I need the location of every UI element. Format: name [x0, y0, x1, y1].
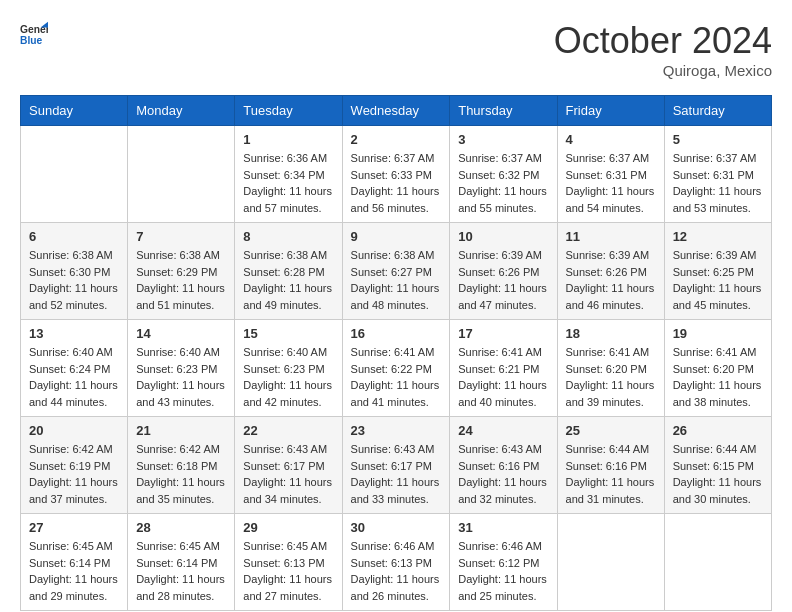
- day-number: 25: [566, 423, 656, 438]
- calendar-cell: 8 Sunrise: 6:38 AMSunset: 6:28 PMDayligh…: [235, 223, 342, 320]
- day-number: 7: [136, 229, 226, 244]
- day-info: Sunrise: 6:42 AMSunset: 6:19 PMDaylight:…: [29, 443, 118, 505]
- logo-icon: General Blue: [20, 20, 48, 48]
- day-number: 5: [673, 132, 763, 147]
- day-info: Sunrise: 6:46 AMSunset: 6:12 PMDaylight:…: [458, 540, 547, 602]
- location: Quiroga, Mexico: [554, 62, 772, 79]
- day-info: Sunrise: 6:41 AMSunset: 6:20 PMDaylight:…: [566, 346, 655, 408]
- day-info: Sunrise: 6:38 AMSunset: 6:27 PMDaylight:…: [351, 249, 440, 311]
- day-info: Sunrise: 6:37 AMSunset: 6:32 PMDaylight:…: [458, 152, 547, 214]
- calendar-cell: 28 Sunrise: 6:45 AMSunset: 6:14 PMDaylig…: [128, 514, 235, 611]
- day-info: Sunrise: 6:41 AMSunset: 6:21 PMDaylight:…: [458, 346, 547, 408]
- calendar-cell: [557, 514, 664, 611]
- svg-text:Blue: Blue: [20, 35, 43, 46]
- day-number: 9: [351, 229, 442, 244]
- day-number: 22: [243, 423, 333, 438]
- day-info: Sunrise: 6:40 AMSunset: 6:23 PMDaylight:…: [136, 346, 225, 408]
- day-number: 27: [29, 520, 119, 535]
- day-number: 29: [243, 520, 333, 535]
- day-number: 16: [351, 326, 442, 341]
- day-number: 17: [458, 326, 548, 341]
- day-info: Sunrise: 6:40 AMSunset: 6:24 PMDaylight:…: [29, 346, 118, 408]
- weekday-header: Monday: [128, 96, 235, 126]
- day-number: 2: [351, 132, 442, 147]
- day-info: Sunrise: 6:44 AMSunset: 6:16 PMDaylight:…: [566, 443, 655, 505]
- day-info: Sunrise: 6:41 AMSunset: 6:20 PMDaylight:…: [673, 346, 762, 408]
- calendar-week-row: 27 Sunrise: 6:45 AMSunset: 6:14 PMDaylig…: [21, 514, 772, 611]
- calendar-table: SundayMondayTuesdayWednesdayThursdayFrid…: [20, 95, 772, 611]
- calendar-cell: 31 Sunrise: 6:46 AMSunset: 6:12 PMDaylig…: [450, 514, 557, 611]
- day-number: 8: [243, 229, 333, 244]
- day-info: Sunrise: 6:42 AMSunset: 6:18 PMDaylight:…: [136, 443, 225, 505]
- weekday-header: Tuesday: [235, 96, 342, 126]
- calendar-cell: 17 Sunrise: 6:41 AMSunset: 6:21 PMDaylig…: [450, 320, 557, 417]
- day-info: Sunrise: 6:37 AMSunset: 6:33 PMDaylight:…: [351, 152, 440, 214]
- calendar-week-row: 1 Sunrise: 6:36 AMSunset: 6:34 PMDayligh…: [21, 126, 772, 223]
- calendar-cell: 23 Sunrise: 6:43 AMSunset: 6:17 PMDaylig…: [342, 417, 450, 514]
- day-info: Sunrise: 6:43 AMSunset: 6:16 PMDaylight:…: [458, 443, 547, 505]
- day-number: 31: [458, 520, 548, 535]
- calendar-cell: 14 Sunrise: 6:40 AMSunset: 6:23 PMDaylig…: [128, 320, 235, 417]
- header: General Blue October 2024 Quiroga, Mexic…: [20, 20, 772, 79]
- day-number: 3: [458, 132, 548, 147]
- day-info: Sunrise: 6:45 AMSunset: 6:14 PMDaylight:…: [136, 540, 225, 602]
- day-number: 26: [673, 423, 763, 438]
- calendar-cell: 9 Sunrise: 6:38 AMSunset: 6:27 PMDayligh…: [342, 223, 450, 320]
- calendar-cell: 19 Sunrise: 6:41 AMSunset: 6:20 PMDaylig…: [664, 320, 771, 417]
- calendar-cell: 11 Sunrise: 6:39 AMSunset: 6:26 PMDaylig…: [557, 223, 664, 320]
- calendar-cell: 7 Sunrise: 6:38 AMSunset: 6:29 PMDayligh…: [128, 223, 235, 320]
- day-number: 4: [566, 132, 656, 147]
- calendar-cell: [664, 514, 771, 611]
- day-number: 11: [566, 229, 656, 244]
- day-info: Sunrise: 6:44 AMSunset: 6:15 PMDaylight:…: [673, 443, 762, 505]
- calendar-cell: 27 Sunrise: 6:45 AMSunset: 6:14 PMDaylig…: [21, 514, 128, 611]
- day-info: Sunrise: 6:38 AMSunset: 6:29 PMDaylight:…: [136, 249, 225, 311]
- day-number: 20: [29, 423, 119, 438]
- day-number: 1: [243, 132, 333, 147]
- day-info: Sunrise: 6:41 AMSunset: 6:22 PMDaylight:…: [351, 346, 440, 408]
- day-number: 28: [136, 520, 226, 535]
- calendar-cell: 3 Sunrise: 6:37 AMSunset: 6:32 PMDayligh…: [450, 126, 557, 223]
- calendar-week-row: 6 Sunrise: 6:38 AMSunset: 6:30 PMDayligh…: [21, 223, 772, 320]
- weekday-header: Friday: [557, 96, 664, 126]
- day-info: Sunrise: 6:39 AMSunset: 6:25 PMDaylight:…: [673, 249, 762, 311]
- calendar-cell: 13 Sunrise: 6:40 AMSunset: 6:24 PMDaylig…: [21, 320, 128, 417]
- calendar-cell: 15 Sunrise: 6:40 AMSunset: 6:23 PMDaylig…: [235, 320, 342, 417]
- day-number: 23: [351, 423, 442, 438]
- calendar-cell: 26 Sunrise: 6:44 AMSunset: 6:15 PMDaylig…: [664, 417, 771, 514]
- title-area: October 2024 Quiroga, Mexico: [554, 20, 772, 79]
- day-info: Sunrise: 6:37 AMSunset: 6:31 PMDaylight:…: [673, 152, 762, 214]
- day-number: 10: [458, 229, 548, 244]
- calendar-cell: 1 Sunrise: 6:36 AMSunset: 6:34 PMDayligh…: [235, 126, 342, 223]
- calendar-week-row: 13 Sunrise: 6:40 AMSunset: 6:24 PMDaylig…: [21, 320, 772, 417]
- weekday-header-row: SundayMondayTuesdayWednesdayThursdayFrid…: [21, 96, 772, 126]
- day-number: 13: [29, 326, 119, 341]
- day-number: 21: [136, 423, 226, 438]
- day-info: Sunrise: 6:45 AMSunset: 6:14 PMDaylight:…: [29, 540, 118, 602]
- calendar-cell: 16 Sunrise: 6:41 AMSunset: 6:22 PMDaylig…: [342, 320, 450, 417]
- day-number: 14: [136, 326, 226, 341]
- weekday-header: Sunday: [21, 96, 128, 126]
- calendar-cell: [21, 126, 128, 223]
- day-info: Sunrise: 6:39 AMSunset: 6:26 PMDaylight:…: [566, 249, 655, 311]
- calendar-cell: 22 Sunrise: 6:43 AMSunset: 6:17 PMDaylig…: [235, 417, 342, 514]
- calendar-cell: 24 Sunrise: 6:43 AMSunset: 6:16 PMDaylig…: [450, 417, 557, 514]
- month-title: October 2024: [554, 20, 772, 62]
- day-info: Sunrise: 6:40 AMSunset: 6:23 PMDaylight:…: [243, 346, 332, 408]
- day-info: Sunrise: 6:38 AMSunset: 6:28 PMDaylight:…: [243, 249, 332, 311]
- calendar-cell: [128, 126, 235, 223]
- calendar-cell: 25 Sunrise: 6:44 AMSunset: 6:16 PMDaylig…: [557, 417, 664, 514]
- day-info: Sunrise: 6:45 AMSunset: 6:13 PMDaylight:…: [243, 540, 332, 602]
- day-number: 24: [458, 423, 548, 438]
- weekday-header: Wednesday: [342, 96, 450, 126]
- calendar-cell: 12 Sunrise: 6:39 AMSunset: 6:25 PMDaylig…: [664, 223, 771, 320]
- calendar-week-row: 20 Sunrise: 6:42 AMSunset: 6:19 PMDaylig…: [21, 417, 772, 514]
- day-info: Sunrise: 6:43 AMSunset: 6:17 PMDaylight:…: [351, 443, 440, 505]
- day-number: 12: [673, 229, 763, 244]
- logo: General Blue: [20, 20, 48, 48]
- calendar-body: 1 Sunrise: 6:36 AMSunset: 6:34 PMDayligh…: [21, 126, 772, 611]
- calendar-cell: 5 Sunrise: 6:37 AMSunset: 6:31 PMDayligh…: [664, 126, 771, 223]
- calendar-cell: 30 Sunrise: 6:46 AMSunset: 6:13 PMDaylig…: [342, 514, 450, 611]
- day-number: 30: [351, 520, 442, 535]
- day-number: 18: [566, 326, 656, 341]
